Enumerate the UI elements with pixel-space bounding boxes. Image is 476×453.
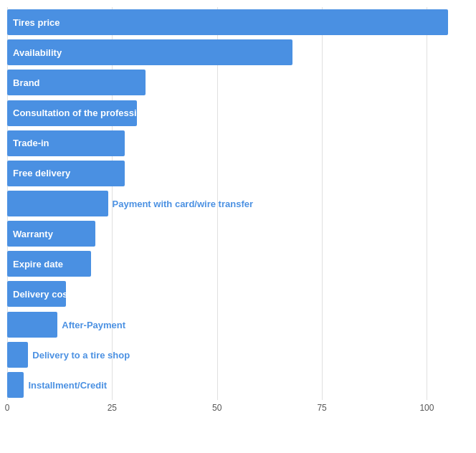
bar-track: Brand	[7, 70, 469, 95]
bar-track: Availability	[7, 39, 469, 65]
bar: Brand	[7, 70, 146, 95]
bar-row: Delivery to a tire shop	[7, 340, 469, 370]
bar: Warranty	[7, 221, 95, 247]
bar-row: Availability	[7, 37, 469, 67]
bar: Availability	[7, 39, 292, 65]
bar-track: Delivery cost	[7, 281, 469, 307]
bar-row: Delivery cost	[7, 279, 469, 309]
bar-row: Installment/Credit	[7, 370, 469, 400]
bar-label-outside: Payment with card/wire transfer	[113, 199, 254, 209]
bar-label-inside: Free delivery	[13, 168, 70, 178]
bar-track: After-Payment	[7, 312, 469, 338]
bar: Expire date	[7, 251, 91, 277]
bar: Tires price	[7, 9, 448, 35]
bar: Free delivery	[7, 161, 125, 186]
bar-track: Expire date	[7, 251, 469, 277]
bar-track: Warranty	[7, 221, 469, 247]
bar-row: Tires price	[7, 7, 469, 37]
bar-label-inside: Trade-in	[13, 138, 49, 148]
bar: Consultation of the professio	[7, 100, 137, 126]
bar-label-inside: Tires price	[13, 17, 60, 28]
bar-row: Brand	[7, 67, 469, 97]
bar-label-inside: Warranty	[13, 229, 53, 239]
bar: Delivery cost	[7, 281, 66, 307]
bar-row: Free delivery	[7, 158, 469, 189]
bar: After-Payment	[7, 312, 57, 338]
bar: Trade-in	[7, 130, 125, 156]
bar-track: Installment/Credit	[7, 372, 469, 398]
x-tick: 100	[419, 403, 434, 413]
bar-label-inside: Consultation of the professio	[13, 108, 143, 118]
x-tick: 50	[212, 403, 222, 413]
bar-label-outside: Delivery to a tire shop	[32, 349, 130, 360]
bar-label-inside: Delivery cost	[13, 289, 71, 300]
chart-container: Tires priceAvailabilityBrandConsultation…	[0, 0, 476, 453]
bar: Installment/Credit	[7, 372, 24, 398]
bars-and-grid: Tires priceAvailabilityBrandConsultation…	[7, 7, 469, 400]
x-tick: 0	[5, 403, 10, 413]
bar-track: Trade-in	[7, 130, 469, 156]
bar: Delivery to a tire shop	[7, 342, 28, 368]
bar-row: Expire date	[7, 249, 469, 279]
x-tick: 75	[317, 403, 326, 413]
bar-track: Payment with card/wire transfer	[7, 191, 469, 216]
bar-track: Tires price	[7, 9, 469, 35]
bar-label-inside: Availability	[13, 47, 62, 58]
bar-label-inside: Expire date	[13, 259, 63, 270]
bar-track: Consultation of the professio	[7, 100, 469, 126]
bar: Payment with card/wire transfer	[7, 191, 108, 216]
x-axis: 0255075100	[7, 403, 469, 424]
bar-row: Trade-in	[7, 128, 469, 158]
bar-track: Free delivery	[7, 161, 469, 186]
bar-label-inside: Brand	[13, 77, 40, 88]
bar-label-outside: After-Payment	[62, 319, 125, 330]
bar-label-outside: Installment/Credit	[28, 379, 107, 390]
x-tick: 25	[108, 403, 117, 413]
bars-column: Tires priceAvailabilityBrandConsultation…	[7, 7, 469, 400]
bar-row: Warranty	[7, 219, 469, 249]
bar-row: Payment with card/wire transfer	[7, 189, 469, 219]
bar-track: Delivery to a tire shop	[7, 342, 469, 368]
bar-row: Consultation of the professio	[7, 97, 469, 128]
chart-wrapper: Tires priceAvailabilityBrandConsultation…	[7, 7, 469, 424]
bar-row: After-Payment	[7, 310, 469, 340]
